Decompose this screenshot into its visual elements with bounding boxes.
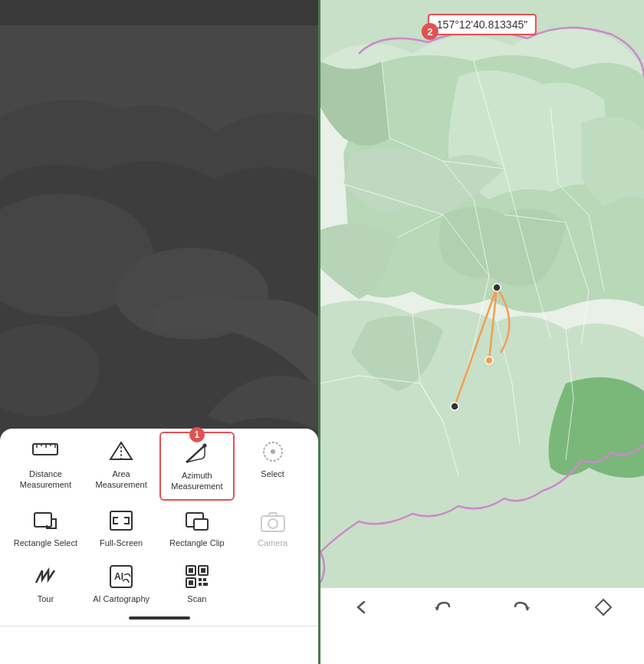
svg-rect-33 (203, 583, 208, 586)
scan-icon (182, 563, 212, 590)
svg-point-13 (202, 443, 206, 447)
tool-scan[interactable]: Scan (159, 557, 235, 612)
svg-rect-31 (203, 578, 206, 581)
tool-azimuth-label: AzimuthMeasurement (171, 470, 222, 492)
step-badge-1: 1 (189, 427, 205, 442)
ai-icon: AI (106, 563, 136, 590)
svg-rect-25 (189, 568, 193, 573)
tool-azimuth[interactable]: 1 AzimuthMeasurement (159, 432, 235, 501)
bottom-nav-left (0, 626, 318, 664)
tool-rect-clip[interactable]: Rectangle Clip (159, 501, 235, 556)
tool-fullscreen[interactable]: Full-Screen (84, 501, 159, 556)
fullscreen-icon (106, 507, 136, 534)
tool-fullscreen-label: Full-Screen (100, 537, 143, 548)
tool-camera-label: Camera (258, 537, 288, 548)
svg-point-15 (271, 449, 275, 454)
tool-scan-label: Scan (187, 593, 206, 604)
tool-rect-clip-label: Rectangle Clip (169, 537, 225, 548)
bottom-nav-right (320, 587, 644, 626)
tool-grid: Distance Measurement Area Measurement 1 (0, 432, 318, 612)
tool-tour-label: Tour (38, 593, 54, 604)
area-icon (106, 438, 136, 465)
eraser-button[interactable] (586, 590, 620, 624)
tour-icon (30, 563, 61, 590)
select-icon (258, 438, 288, 465)
tool-area[interactable]: Area Measurement (84, 432, 159, 501)
tool-area-label: Area Measurement (87, 468, 156, 491)
back-button[interactable] (344, 590, 378, 624)
svg-point-38 (493, 284, 501, 291)
svg-rect-27 (201, 568, 205, 573)
tool-ai-label: AI Cartography (93, 593, 150, 604)
coordinate-badge: 2 157°12'40.813345" (428, 14, 537, 35)
coordinate-value: 157°12'40.813345" (437, 18, 527, 31)
tool-rect-select[interactable]: Rectangle Select (8, 501, 84, 556)
svg-point-37 (451, 403, 458, 410)
ruler-icon (30, 438, 61, 465)
tool-ai-cartography[interactable]: AI AI Cartography (84, 557, 159, 612)
tool-rect-select-label: Rectangle Select (14, 537, 77, 548)
bottom-indicator (129, 616, 190, 620)
svg-point-21 (268, 519, 278, 528)
svg-rect-32 (199, 583, 202, 586)
toolbar-panel: Distance Measurement Area Measurement 1 (0, 429, 318, 626)
tool-tour[interactable]: Tour (8, 557, 84, 612)
azimuth-icon (182, 439, 212, 467)
rect-select-icon (30, 507, 61, 534)
svg-rect-29 (189, 580, 193, 585)
svg-rect-16 (34, 513, 51, 527)
tool-select[interactable]: Select (235, 432, 310, 501)
camera-icon (258, 507, 288, 534)
tool-distance-label: Distance Measurement (11, 468, 80, 491)
svg-text:AI: AI (114, 571, 123, 582)
svg-rect-19 (194, 519, 208, 530)
rect-clip-icon (182, 507, 212, 534)
redo-button[interactable] (506, 590, 540, 624)
step-badge-2: 2 (422, 23, 439, 40)
tool-camera[interactable]: Camera (235, 501, 310, 556)
undo-button[interactable] (425, 590, 458, 624)
left-map-panel: Distance Measurement Area Measurement 1 (0, 0, 318, 664)
svg-point-39 (485, 357, 493, 364)
svg-rect-30 (199, 578, 202, 581)
tool-distance[interactable]: Distance Measurement (8, 432, 84, 501)
vertical-divider (318, 0, 320, 664)
right-map-panel: 2 157°12'40.813345" (320, 0, 644, 626)
tool-select-label: Select (261, 468, 284, 479)
